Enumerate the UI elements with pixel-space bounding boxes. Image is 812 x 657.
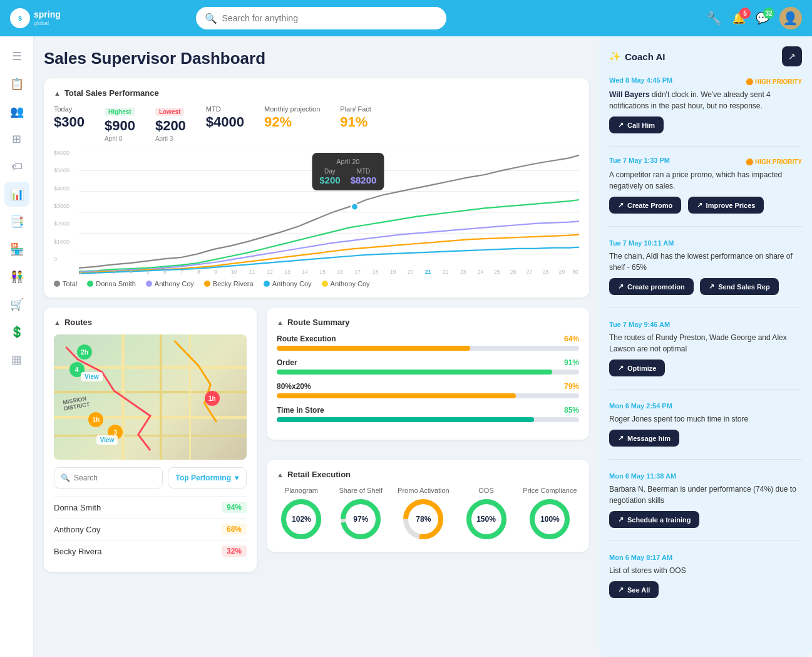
legend-dot-anthony2 [264,281,270,287]
chevron-icon: ▲ [277,471,284,479]
svg-text:2: 2 [96,269,99,275]
schedule-training-button[interactable]: ↗ Schedule a training [609,511,699,528]
messages-button[interactable]: 💬 32 [756,11,769,25]
chevron-icon: ▲ [54,319,61,326]
highest-value: $900 [105,118,135,134]
map-badge-2h: 2h [77,344,92,360]
route-summary-title: Route Summary [287,318,350,327]
donut-oos: OOS 150% [464,487,509,542]
send-sales-rep-button[interactable]: ↗ Send Sales Rep [700,278,779,295]
page-title: Sales Supervisor Dashboard [44,49,589,68]
event-text: Barbara N. Beerman is under performance … [609,484,802,506]
legend-dot-becky [204,281,210,287]
plan-fact-value: 91% [340,114,371,130]
route-pct: 94% [222,502,247,513]
notifications-button[interactable]: 🔔 5 [732,11,746,25]
legend-anthony1: Anthony Coy [146,280,194,287]
sidebar-item-dollar[interactable]: 💲 [4,319,29,344]
tools-button[interactable]: 🔧 [706,11,722,26]
tooltip-mtd-value: $8200 [351,175,377,185]
retail-execution-title: Retail Execution [287,470,351,479]
sidebar-item-cart[interactable]: 🛒 [4,292,29,317]
donut-label: Price Compliance [523,487,577,494]
sidebar-item-barcode[interactable]: ▦ [4,347,29,372]
progress-value: 85% [564,406,579,415]
sidebar-item-chart[interactable]: 📊 [4,182,29,207]
retail-execution-card: ▲ Retail Execution Planogram [267,460,589,552]
progress-value: 79% [564,382,579,391]
search-input[interactable] [222,13,438,23]
top-performing-button[interactable]: Top Performing ▾ [168,467,247,489]
sidebar-item-users[interactable]: 👥 [4,99,29,124]
event-time: Tue 7 May 10:11 AM [609,239,674,247]
highest-date: April 8 [105,135,135,142]
routes-title: Routes [64,318,92,327]
chart-tooltip: April 20 Day $200 MTD $8200 [312,153,384,190]
svg-text:12: 12 [267,269,273,275]
sidebar-item-menu[interactable]: ☰ [4,44,29,69]
svg-text:8: 8 [197,269,200,275]
donut-label: Planogram [285,487,318,494]
donut-label: Share of Shelf [339,487,383,494]
map-container: 2h 4 View 1h 1h 3 View MISSIONDISTRICT [54,334,247,460]
chevron-icon: ▲ [54,90,61,97]
coach-ai-forward-button[interactable]: ↗ [782,46,802,66]
sidebar-item-grid[interactable]: ⊞ [4,127,29,152]
search-bar[interactable]: 🔍 [196,7,446,29]
optimize-button[interactable]: ↗ Optimize [609,360,665,376]
route-summary-card: ▲ Route Summary Route Execution 64% [267,308,589,440]
stat-today: Today $300 [54,105,85,130]
coach-event-6: Mon 6 May 11:38 AM Barbara N. Beerman is… [609,470,802,541]
route-search-input[interactable] [74,473,156,482]
legend-becky: Becky Rivera [204,280,254,287]
donut-container: 100% [527,497,572,542]
sidebar-item-people[interactable]: 👫 [4,264,29,289]
map-view-button-1[interactable]: View [81,372,103,381]
donut-value: 100% [540,515,560,524]
message-him-button[interactable]: ↗ Message him [609,430,679,447]
progress-fill [277,393,516,398]
improve-prices-button[interactable]: ↗ Improve Prices [688,197,764,214]
coach-event-5: Mon 6 May 2:54 PM Roger Jones spent too … [609,400,802,460]
svg-text:28: 28 [543,269,549,275]
lowest-value: $200 [155,118,186,134]
sidebar-item-clipboard[interactable]: 📋 [4,71,29,96]
chevron-icon: ▲ [277,319,284,326]
sidebar-item-store[interactable]: 🏪 [4,237,29,262]
event-actions: ↗ Schedule a training [609,511,802,530]
sidebar-item-table[interactable]: 📑 [4,209,29,234]
list-item: Donna Smith 94% [54,496,247,518]
create-promotion-button[interactable]: ↗ Create promotion [609,278,694,295]
messages-badge: 32 [763,8,774,19]
progress-label: Route Execution [277,334,336,343]
event-actions: ↗ Create promotion ↗ Send Sales Rep [609,278,802,297]
call-him-button[interactable]: ↗ Call Him [609,116,664,133]
search-row: 🔍 Top Performing ▾ [54,467,247,489]
create-promo-button[interactable]: ↗ Create Promo [609,197,681,214]
coach-ai-label: Coach AI [625,51,665,62]
progress-order: Order 91% [277,358,579,375]
route-pct: 32% [222,546,247,557]
progress-fill [277,370,552,375]
coach-ai-title: ✨ Coach AI [609,51,665,62]
coach-event-3: Tue 7 May 10:11 AM The chain, Aldi has t… [609,237,802,308]
coach-event-2: Tue 7 May 1:33 PM 🟠 HIGH PRIORITY A comp… [609,157,802,227]
route-search[interactable]: 🔍 [54,467,163,489]
stat-highest: Highest $900 April 8 [105,105,135,142]
lowest-badge: Lowest [155,108,184,116]
coach-event-4: Tue 7 May 9:46 AM The routes of Rundy Pr… [609,318,802,390]
sidebar-item-tag[interactable]: 🏷 [4,154,29,179]
svg-text:26: 26 [510,269,516,275]
coach-event-7: Mon 6 May 8:17 AM List of stores with OO… [609,551,802,611]
svg-text:17: 17 [355,269,361,275]
bottom-row: ▲ Routes [44,308,589,582]
highest-badge: Highest [105,108,135,116]
svg-text:27: 27 [527,269,533,275]
chart-area: $6000 $5000 $4000 $3000 $2000 $1000 0 [54,150,579,275]
y-axis: $6000 $5000 $4000 $3000 $2000 $1000 0 [54,150,79,262]
svg-text:13: 13 [284,269,290,275]
list-item: Becky Rivera 32% [54,540,247,562]
avatar[interactable]: 👤 [779,7,802,29]
see-all-button[interactable]: ↗ See All [609,581,659,598]
map-view-button-2[interactable]: View [96,435,118,445]
